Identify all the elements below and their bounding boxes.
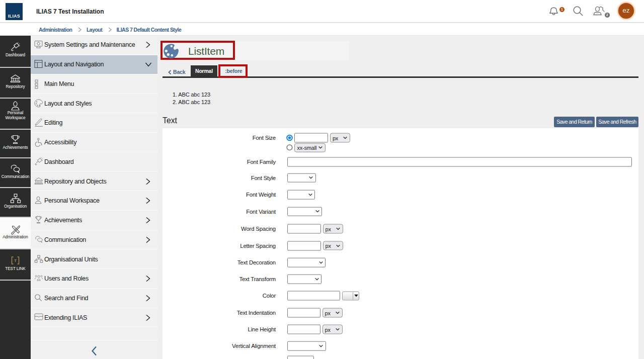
svg-text:T: T: [14, 258, 17, 263]
